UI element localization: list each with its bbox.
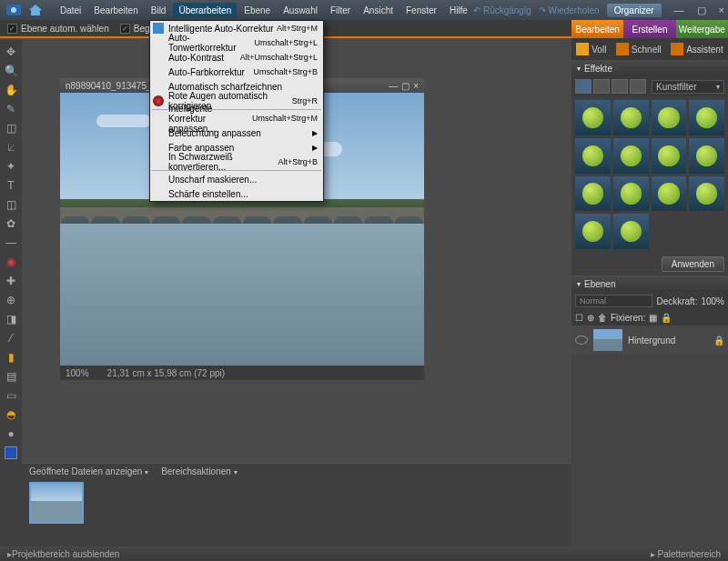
shape-tool[interactable]: ▭ — [3, 387, 19, 404]
effect-thumb[interactable] — [575, 138, 611, 174]
effect-thumb[interactable] — [613, 214, 649, 249]
crop-tool[interactable]: ◫ — [3, 196, 19, 213]
hand-tool[interactable]: ✋ — [3, 82, 19, 98]
menu-bild[interactable]: Bild — [146, 3, 172, 18]
zoom-level[interactable]: 100% — [66, 368, 89, 378]
mode-schnell[interactable]: Schnell — [616, 43, 662, 55]
redeye-tool[interactable]: ◉ — [3, 254, 19, 270]
lasso-tool[interactable]: ⟀ — [3, 139, 19, 155]
effect-thumb[interactable] — [575, 176, 611, 212]
redo-button[interactable]: ↷ Wiederholen — [539, 5, 600, 15]
menubar: DateiBearbeitenBildÜberarbeitenEbeneAusw… — [55, 3, 473, 18]
layer-thumbnail — [593, 329, 622, 351]
menu-item[interactable]: Unscharf maskieren... — [150, 172, 323, 186]
healing-tool[interactable]: ✚ — [3, 273, 19, 289]
maximize-button[interactable]: ▢ — [697, 5, 706, 16]
menu-bearbeiten[interactable]: Bearbeiten — [88, 3, 143, 18]
bin-actions-dropdown[interactable]: Bereichsaktionen ▾ — [161, 466, 238, 476]
effects-panel-header[interactable]: ▾Effekte — [571, 60, 728, 76]
menu-item[interactable]: Beleuchtung anpassen▶ — [150, 125, 323, 140]
effect-thumb[interactable] — [575, 214, 611, 249]
eraser-tool[interactable]: ◨ — [3, 311, 19, 327]
menu-überarbeiten[interactable]: Überarbeiten — [173, 3, 237, 18]
menu-item[interactable]: Auto-KontrastAlt+Umschalt+Strg+L — [150, 50, 323, 65]
layers-panel-header[interactable]: ▾Ebenen — [571, 275, 728, 292]
menu-item[interactable]: In Schwarzweiß konvertieren...Alt+Strg+B — [150, 155, 323, 169]
menu-datei[interactable]: Datei — [55, 3, 86, 18]
minimize-button[interactable]: — — [674, 5, 684, 15]
blur-tool[interactable]: ◓ — [3, 406, 19, 423]
effect-thumb[interactable] — [613, 176, 649, 212]
menu-item[interactable]: Intelligente Korrektur anpassen...Umscha… — [150, 111, 323, 125]
effect-thumb[interactable] — [652, 176, 687, 212]
undo-button[interactable]: ↶ Rückgängig — [473, 5, 531, 15]
effect-thumb[interactable] — [575, 100, 611, 135]
doc-close[interactable]: × — [413, 81, 419, 91]
clone-tool[interactable]: ⊕ — [3, 292, 19, 308]
wand-tool[interactable]: ✦ — [3, 158, 19, 175]
lock-icon: 🔒 — [713, 336, 724, 346]
open-files-toggle[interactable]: Geöffnete Dateien anzeigen ▾ — [29, 466, 148, 476]
fx-category-1[interactable] — [575, 79, 592, 94]
menu-item[interactable]: Schärfe einstellen... — [150, 186, 323, 201]
menu-hilfe[interactable]: Hilfe — [444, 3, 473, 18]
color-swatch[interactable] — [3, 445, 19, 461]
close-button[interactable]: × — [719, 5, 724, 15]
fx-category-3[interactable] — [612, 79, 628, 94]
marquee-tool[interactable]: ◫ — [3, 120, 19, 136]
opacity-value[interactable]: 100% — [701, 296, 724, 306]
bin-thumbnail[interactable] — [29, 482, 84, 524]
app-logo[interactable] — [4, 2, 24, 18]
layer-visibility-icon[interactable] — [575, 336, 588, 345]
layer-row[interactable]: Hintergrund 🔒 — [571, 326, 728, 355]
auto-select-layer-checkbox[interactable]: ✓Ebene autom. wählen — [7, 24, 109, 34]
type-tool[interactable]: T — [3, 177, 19, 194]
menu-fenster[interactable]: Fenster — [400, 3, 442, 18]
fx-category-4[interactable] — [630, 79, 646, 94]
toolbox: ✥ 🔍 ✋ ✎ ◫ ⟀ ✦ T ◫ ✿ — ◉ ✚ ⊕ ◨ ∕ ▮ ▤ ▭ ◓ … — [0, 40, 22, 546]
effect-thumb[interactable] — [689, 176, 724, 212]
straighten-tool[interactable]: — — [3, 235, 19, 251]
tab-bearbeiten[interactable]: Bearbeiten — [571, 20, 623, 38]
effect-thumb[interactable] — [652, 138, 687, 174]
brush-tool[interactable]: ∕ — [3, 330, 19, 346]
eyedropper-tool[interactable]: ✎ — [3, 101, 19, 117]
home-button[interactable] — [25, 2, 46, 18]
mode-voll[interactable]: Voll — [576, 43, 606, 55]
palette-toggle[interactable]: Palettenbereich — [658, 549, 722, 559]
fx-category-2[interactable] — [593, 79, 610, 94]
opacity-label: Deckkraft: — [656, 296, 697, 306]
cookie-cutter-tool[interactable]: ✿ — [3, 215, 19, 232]
document-dimensions: 21,31 cm x 15,98 cm (72 ppi) — [107, 368, 226, 378]
bucket-tool[interactable]: ▮ — [3, 349, 19, 366]
lock-label: Fixieren: — [611, 313, 645, 323]
document-statusbar: 100% 21,31 cm x 15,98 cm (72 ppi) — [60, 366, 424, 380]
menu-filter[interactable]: Filter — [325, 3, 356, 18]
tab-weitergabe[interactable]: Weitergabe — [676, 20, 728, 38]
project-bin-toggle[interactable]: Projektbereich ausblenden — [12, 549, 119, 559]
layer-name: Hintergrund — [628, 336, 675, 346]
menu-auswahl[interactable]: Auswahl — [278, 3, 323, 18]
blend-mode-select[interactable]: Normal — [575, 295, 652, 307]
menu-ansicht[interactable]: Ansicht — [358, 3, 399, 18]
mode-assistent[interactable]: Assistent — [671, 43, 723, 55]
menu-item[interactable]: Auto-FarbkorrekturUmschalt+Strg+B — [150, 65, 323, 79]
enhance-menu: Intelligente Auto-KorrekturAlt+Strg+MAut… — [149, 20, 324, 202]
fx-filter-dropdown[interactable]: Kunstfilter▾ — [652, 80, 724, 94]
move-tool[interactable]: ✥ — [3, 44, 19, 60]
effect-thumb[interactable] — [689, 138, 724, 174]
effect-thumb[interactable] — [613, 100, 649, 135]
apply-button[interactable]: Anwenden — [662, 256, 724, 272]
effect-thumb[interactable] — [613, 138, 649, 174]
gradient-tool[interactable]: ▤ — [3, 368, 19, 385]
effect-thumb[interactable] — [689, 100, 724, 135]
sponge-tool[interactable]: ● — [3, 426, 19, 442]
effect-thumb[interactable] — [652, 100, 687, 135]
doc-minimize[interactable]: — — [389, 81, 398, 91]
menu-item[interactable]: Auto-TonwertkorrekturUmschalt+Strg+L — [150, 35, 323, 50]
tab-erstellen[interactable]: Erstellen — [623, 20, 675, 38]
zoom-tool[interactable]: 🔍 — [3, 63, 19, 79]
organizer-button[interactable]: Organizer — [607, 4, 662, 17]
doc-maximize[interactable]: ▢ — [401, 81, 410, 91]
menu-ebene[interactable]: Ebene — [238, 3, 276, 18]
